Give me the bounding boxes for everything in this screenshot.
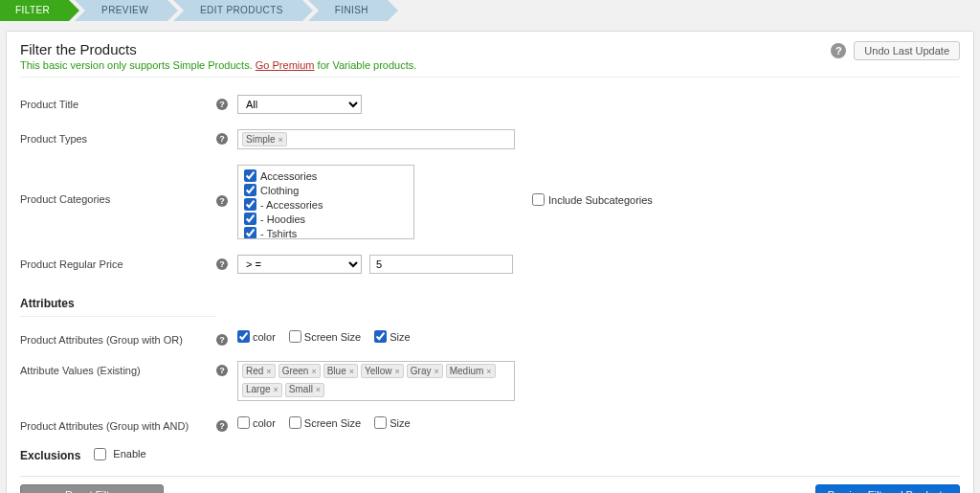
subtitle-lead: This basic version only supports Simple …	[20, 59, 256, 71]
subtitle-tail: for Variable products.	[315, 59, 417, 71]
remove-tag-icon[interactable]: ×	[486, 365, 491, 378]
help-icon[interactable]: ?	[216, 99, 228, 110]
category-item[interactable]: - Tshirts	[244, 226, 408, 239]
remove-tag-icon[interactable]: ×	[395, 365, 400, 378]
checkbox[interactable]	[237, 416, 250, 429]
attr-or-screen-size[interactable]: Screen Size	[289, 330, 361, 343]
category-item[interactable]: - Hoodies	[244, 212, 408, 226]
step-finish[interactable]: FINISH	[308, 0, 388, 21]
remove-tag-icon[interactable]: ×	[349, 365, 354, 378]
checkbox[interactable]	[289, 330, 301, 343]
page-title: Filter the Products	[20, 41, 831, 57]
go-premium-link[interactable]: Go Premium	[256, 59, 315, 71]
tag[interactable]: Gray×	[407, 364, 443, 378]
help-icon[interactable]: ?	[216, 365, 228, 376]
step-edit-products[interactable]: EDIT PRODUCTS	[173, 0, 302, 21]
attr-and-size[interactable]: Size	[374, 416, 410, 429]
include-subcategories[interactable]: Include Subcategories	[532, 193, 653, 206]
category-checkbox[interactable]	[244, 198, 256, 211]
tag[interactable]: Red×	[242, 364, 276, 378]
exclusions-section-heading: Exclusions	[20, 439, 80, 468]
attr-or-size[interactable]: Size	[374, 330, 410, 343]
checkbox[interactable]	[374, 330, 387, 343]
help-icon[interactable]: ?	[216, 133, 228, 145]
category-checkbox[interactable]	[244, 169, 256, 182]
category-item[interactable]: Accessories	[244, 168, 408, 183]
tag[interactable]: Large×	[242, 383, 282, 397]
attributes-section-heading: Attributes	[20, 287, 216, 317]
exclusions-enable-checkbox[interactable]	[94, 448, 106, 460]
label-attrs-or: Product Attributes (Group with OR)	[20, 330, 216, 346]
attr-or-color[interactable]: color	[237, 330, 276, 343]
label-attr-values: Attribute Values (Existing)	[20, 361, 216, 376]
label-attrs-and: Product Attributes (Group with AND)	[20, 416, 216, 432]
category-item[interactable]: - Accessories	[244, 197, 408, 212]
checkbox[interactable]	[237, 330, 250, 343]
attr-and-screen-size[interactable]: Screen Size	[289, 416, 361, 429]
category-checkbox[interactable]	[244, 213, 256, 225]
remove-tag-icon[interactable]: ×	[278, 133, 283, 146]
remove-tag-icon[interactable]: ×	[266, 365, 271, 378]
tag[interactable]: Medium×	[446, 364, 496, 378]
wizard-stepper: FILTER PREVIEW EDIT PRODUCTS FINISH	[0, 0, 980, 21]
attr-and-color[interactable]: color	[237, 416, 276, 429]
category-checkbox[interactable]	[244, 184, 256, 196]
remove-tag-icon[interactable]: ×	[434, 365, 438, 378]
preview-filtered-products-button[interactable]: Preview Filtered Products	[815, 484, 960, 493]
exclusions-enable[interactable]: Enable	[90, 445, 145, 463]
price-value-input[interactable]	[369, 255, 513, 274]
product-title-select[interactable]: All	[237, 95, 362, 114]
checkbox[interactable]	[289, 416, 301, 429]
page-subtitle: This basic version only supports Simple …	[20, 59, 831, 71]
step-filter[interactable]: FILTER	[0, 0, 69, 21]
label-regular-price: Product Regular Price	[20, 255, 216, 270]
help-icon[interactable]: ?	[216, 334, 228, 346]
help-icon[interactable]: ?	[216, 258, 228, 270]
checkbox[interactable]	[374, 416, 387, 429]
product-categories-list[interactable]: Accessories Clothing - Accessories - Hoo…	[237, 165, 414, 239]
help-icon[interactable]: ?	[216, 195, 228, 207]
tag[interactable]: Yellow×	[361, 364, 404, 378]
attr-values-tagbox[interactable]: Red× Green× Blue× Yellow× Gray× Medium× …	[237, 361, 515, 401]
tag[interactable]: Blue×	[323, 364, 358, 378]
include-subcategories-checkbox[interactable]	[532, 193, 545, 206]
reset-filter-button[interactable]: Reset Filter	[20, 484, 164, 493]
label-product-categories: Product Categories	[20, 165, 216, 205]
help-icon[interactable]: ?	[831, 43, 846, 58]
tag[interactable]: Green×	[278, 364, 321, 378]
remove-tag-icon[interactable]: ×	[311, 365, 316, 378]
step-preview[interactable]: PREVIEW	[75, 0, 167, 21]
label-product-types: Product Types	[20, 129, 216, 145]
help-icon[interactable]: ?	[216, 420, 228, 432]
tag-simple[interactable]: Simple ×	[242, 132, 287, 146]
remove-tag-icon[interactable]: ×	[316, 383, 321, 396]
undo-last-update-button[interactable]: Undo Last Update	[854, 41, 960, 60]
product-types-tagbox[interactable]: Simple ×	[237, 129, 515, 149]
filter-card: Filter the Products This basic version o…	[6, 31, 974, 493]
price-operator-select[interactable]: > =	[237, 255, 362, 274]
category-item[interactable]: Clothing	[244, 183, 408, 197]
tag[interactable]: Small×	[285, 383, 324, 397]
remove-tag-icon[interactable]: ×	[274, 383, 278, 396]
label-product-title: Product Title	[20, 95, 216, 110]
category-checkbox[interactable]	[244, 227, 256, 239]
